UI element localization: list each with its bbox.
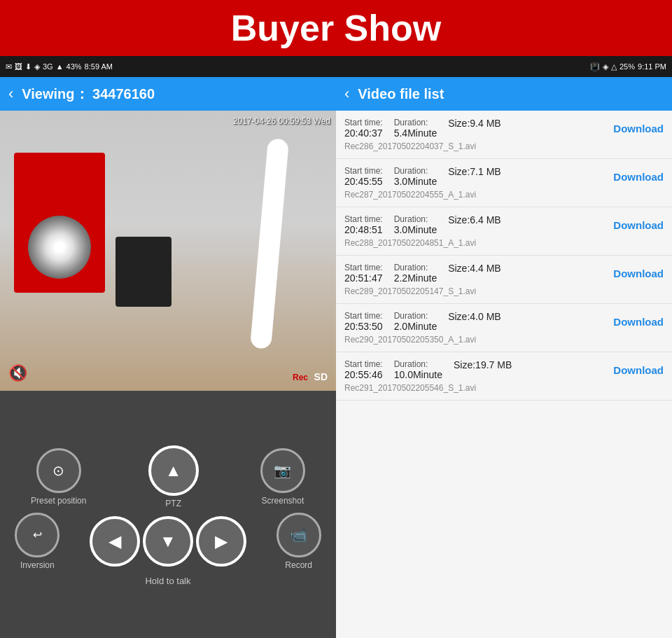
- file-name: Rec287_20170502204555_A_1.avi: [344, 190, 664, 204]
- file-meta: Start time: 20:53:50 Duration: 2.0Minute…: [344, 311, 501, 332]
- file-info-row: Start time: 20:51:47 Duration: 2.2Minute…: [344, 263, 664, 284]
- duration-item: Duration: 2.2Minute: [394, 263, 437, 284]
- file-info-row: Start time: 20:45:55 Duration: 3.0Minute…: [344, 166, 664, 187]
- screenshot-label: Screenshot: [262, 496, 304, 506]
- file-entry: Start time: 20:40:37 Duration: 5.4Minute…: [336, 111, 672, 159]
- left-panel: ‹ Viewing： 34476160 2017-04-26 00:59:53 …: [0, 77, 336, 638]
- ptz-control[interactable]: ▲ PTZ: [148, 445, 199, 508]
- banner: Buyer Show: [0, 0, 672, 56]
- file-meta: Start time: 20:51:47 Duration: 2.2Minute…: [344, 263, 501, 284]
- file-info-row: Start time: 20:40:37 Duration: 5.4Minute…: [344, 118, 664, 139]
- ptz-left-button[interactable]: ◀: [90, 516, 140, 567]
- size-value: Size:19.7 MB: [454, 359, 512, 370]
- duration-value: 3.0Minute: [394, 224, 437, 235]
- duration-label: Duration:: [394, 263, 437, 272]
- screenshot-button[interactable]: 📷 Screenshot: [260, 448, 305, 506]
- ptz-right-button[interactable]: ▶: [196, 516, 246, 567]
- file-entry: Start time: 20:51:47 Duration: 2.2Minute…: [336, 256, 672, 304]
- start-time-item: Start time: 20:48:51: [344, 214, 383, 235]
- right-panel: ‹ Video file list Start time: 20:40:37 D…: [336, 77, 672, 638]
- start-time-item: Start time: 20:45:55: [344, 166, 383, 187]
- download-icon: ⬇: [25, 62, 31, 71]
- size-value: Size:4.0 MB: [448, 311, 500, 322]
- file-name: Rec288_20170502204851_A_1.avi: [344, 238, 664, 252]
- hold-to-talk-label: Hold to talk: [145, 576, 190, 586]
- video-timestamp: 2017-04-26 00:59:53 Wed: [233, 116, 330, 126]
- file-meta: Start time: 20:55:46 Duration: 10.0Minut…: [344, 359, 512, 380]
- size-item: Size:19.7 MB: [454, 359, 512, 380]
- size-value: Size:6.4 MB: [448, 214, 500, 226]
- file-name: Rec290_20170502205350_A_1.avi: [344, 335, 664, 349]
- start-time-item: Start time: 20:40:37: [344, 118, 383, 139]
- start-time-value: 20:55:46: [344, 369, 383, 380]
- ptz-up-button[interactable]: ▲: [148, 445, 199, 496]
- download-button-2[interactable]: Download: [613, 219, 664, 231]
- start-time-value: 20:48:51: [344, 224, 383, 235]
- duration-label: Duration:: [394, 214, 437, 224]
- start-time-value: 20:45:55: [344, 176, 383, 187]
- file-entry: Start time: 20:48:51 Duration: 3.0Minute…: [336, 207, 672, 256]
- duration-item: Duration: 3.0Minute: [394, 166, 437, 187]
- battery-label: 43%: [66, 62, 82, 71]
- duration-label: Duration:: [394, 359, 442, 369]
- screenshot-icon[interactable]: 📷: [260, 448, 305, 493]
- left-header-title: Viewing： 34476160: [22, 85, 155, 104]
- status-bar-left: ✉ 🖼 ⬇ ◈ 3G ▲ 43% 8:59 AM: [0, 56, 336, 77]
- start-time-item: Start time: 20:55:46: [344, 359, 383, 380]
- preset-position-icon[interactable]: ⊙: [36, 448, 81, 493]
- controls-row-mid: ↩ Inversion ◀ ▼ ▶ 📹 Record: [0, 513, 336, 570]
- speaker-left: [14, 153, 105, 293]
- file-name: Rec286_20170502204037_S_1.avi: [344, 141, 664, 155]
- size-value: Size:9.4 MB: [448, 118, 500, 129]
- start-time-value: 20:51:47: [344, 272, 383, 284]
- file-meta: Start time: 20:40:37 Duration: 5.4Minute…: [344, 118, 501, 139]
- mute-icon: 🔇: [8, 364, 27, 382]
- vibrate-icon: 📳: [590, 62, 600, 71]
- inversion-button[interactable]: ↩ Inversion: [15, 513, 59, 570]
- file-info-row: Start time: 20:53:50 Duration: 2.0Minute…: [344, 311, 664, 332]
- left-header: ‹ Viewing： 34476160: [0, 77, 336, 111]
- download-button-1[interactable]: Download: [613, 171, 664, 183]
- start-time-label: Start time:: [344, 118, 383, 127]
- size-item: Size:7.1 MB: [448, 166, 500, 187]
- ptz-label: PTZ: [165, 499, 181, 508]
- inversion-icon[interactable]: ↩: [15, 513, 59, 557]
- start-time-label: Start time:: [344, 263, 383, 272]
- record-icon[interactable]: 📹: [276, 513, 321, 557]
- preset-position-button[interactable]: ⊙ Preset position: [31, 448, 86, 506]
- wifi-icon: ◈: [34, 62, 40, 71]
- duration-value: 5.4Minute: [394, 127, 437, 139]
- download-button-0[interactable]: Download: [613, 123, 664, 134]
- network-label: 3G: [43, 62, 53, 71]
- right-back-button[interactable]: ‹: [344, 85, 349, 103]
- start-time-label: Start time:: [344, 311, 383, 321]
- download-button-5[interactable]: Download: [613, 364, 664, 376]
- duration-label: Duration:: [394, 118, 437, 127]
- record-button[interactable]: 📹 Record: [276, 513, 321, 570]
- image-icon: 🖼: [15, 62, 22, 71]
- file-info-row: Start time: 20:48:51 Duration: 3.0Minute…: [344, 214, 664, 235]
- start-time-item: Start time: 20:51:47: [344, 263, 383, 284]
- size-item: Size:6.4 MB: [448, 214, 500, 235]
- controls-area: ⊙ Preset position ▲ PTZ 📷 Screenshot ↩: [0, 391, 336, 638]
- size-value: Size:7.1 MB: [448, 166, 500, 177]
- record-label: Record: [285, 560, 312, 570]
- file-list: Start time: 20:40:37 Duration: 5.4Minute…: [336, 111, 672, 638]
- duration-label: Duration:: [394, 166, 437, 176]
- right-signal-icon: △: [611, 62, 617, 71]
- size-value: Size:4.4 MB: [448, 263, 500, 274]
- duration-value: 3.0Minute: [394, 176, 437, 187]
- rec-label: Rec: [293, 373, 308, 382]
- duration-value: 2.0Minute: [394, 321, 437, 332]
- start-time-item: Start time: 20:53:50: [344, 311, 383, 332]
- inversion-label: Inversion: [20, 560, 55, 570]
- status-bar-right: 📳 ◈ △ 25% 9:11 PM: [336, 56, 672, 77]
- ptz-down-button[interactable]: ▼: [143, 516, 193, 567]
- ptz-nav: ◀ ▼ ▶: [90, 516, 246, 567]
- left-back-button[interactable]: ‹: [8, 85, 13, 103]
- sd-label: SD: [314, 371, 328, 382]
- mail-icon: ✉: [6, 62, 12, 71]
- download-button-4[interactable]: Download: [613, 316, 664, 328]
- duration-item: Duration: 2.0Minute: [394, 311, 437, 332]
- download-button-3[interactable]: Download: [613, 268, 664, 279]
